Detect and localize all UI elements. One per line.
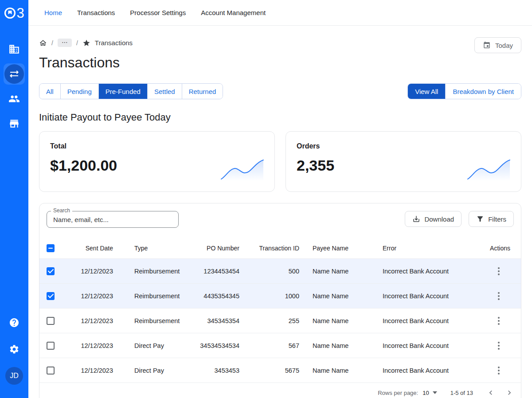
tab-pending[interactable]: Pending — [61, 84, 99, 99]
total-sparkline-chart — [220, 158, 265, 181]
nav-item-home[interactable]: Home — [44, 9, 62, 16]
settings-button[interactable] — [9, 344, 20, 356]
row-actions-menu-icon[interactable] — [493, 365, 505, 376]
select-all-checkbox[interactable] — [47, 244, 55, 252]
cell-error: Incorrect Bank Account — [376, 317, 477, 324]
rows-per-page-label: Rows per page: — [378, 390, 418, 396]
col-header-sent-date: Sent Date — [61, 245, 118, 252]
tab-returned[interactable]: Returned — [182, 84, 223, 99]
col-header-type: Type — [118, 245, 185, 252]
cell-transaction-id: 255 — [245, 317, 305, 324]
search-field: Search — [47, 211, 179, 228]
download-button[interactable]: Download — [405, 211, 462, 227]
col-header-po-number: PO Number — [185, 245, 245, 252]
toggle-breakdown-by-client[interactable]: Breakdown by Client — [446, 84, 521, 99]
sidebar-item-transactions[interactable] — [4, 63, 25, 85]
nav-item-account-management[interactable]: Account Management — [201, 9, 266, 16]
breadcrumb-separator: / — [51, 39, 53, 47]
toggle-view-all[interactable]: View All — [408, 84, 446, 99]
section-heading: Initiate Payout to Payee Today — [39, 112, 521, 123]
cell-sent-date: 12/12/2023 — [61, 317, 118, 324]
rows-per-page-select[interactable]: 10 — [422, 390, 437, 396]
cell-po-number: 1234453454 — [185, 268, 245, 275]
row-actions-menu-icon[interactable] — [493, 290, 505, 302]
orders-sparkline-chart — [467, 158, 511, 181]
calendar-icon — [483, 41, 491, 49]
sidebar-nav — [4, 39, 25, 134]
row-checkbox[interactable] — [47, 267, 55, 275]
next-page-button[interactable] — [505, 388, 514, 397]
col-header-error: Error — [376, 245, 477, 252]
cell-type: Reimbursement — [118, 268, 185, 275]
cell-transaction-id: 1000 — [245, 293, 305, 300]
row-checkbox[interactable] — [47, 292, 55, 300]
page-title: Transactions — [39, 54, 521, 71]
filters-button[interactable]: Filters — [469, 211, 514, 227]
cell-transaction-id: 500 — [245, 268, 305, 275]
transactions-table: Sent Date Type PO Number Transaction ID … — [39, 238, 521, 398]
content: / ⋯ / Transactions Today Transactions — [28, 26, 532, 398]
date-filter-button[interactable]: Today — [474, 37, 521, 53]
cell-type: Reimbursement — [118, 293, 185, 300]
row-actions-menu-icon[interactable] — [493, 340, 505, 351]
row-checkbox[interactable] — [47, 367, 55, 375]
nav-item-transactions[interactable]: Transactions — [77, 9, 115, 16]
row-actions-menu-icon[interactable] — [493, 315, 505, 327]
row-checkbox[interactable] — [47, 342, 55, 350]
cell-po-number: 345345354 — [185, 317, 245, 324]
cell-payee-name: Name Name — [305, 367, 376, 374]
star-icon[interactable] — [82, 39, 90, 47]
pagination-range: 1-5 of 13 — [450, 390, 473, 396]
summary-cards: Total $1,200.00 Orders — [39, 131, 521, 192]
sidebar-item-company[interactable] — [4, 39, 25, 60]
sidebar-bottom: JD — [5, 317, 23, 398]
tab-settled[interactable]: Settled — [148, 84, 182, 99]
tab-pre-funded[interactable]: Pre-Funded — [99, 84, 148, 99]
breadcrumb-ellipsis[interactable]: ⋯ — [58, 39, 72, 47]
cell-error: Incorrect Bank Account — [376, 367, 477, 374]
breadcrumb-current: Transactions — [95, 39, 133, 47]
cell-po-number: 3453453 — [185, 367, 245, 374]
help-button[interactable] — [9, 317, 20, 330]
cell-transaction-id: 567 — [245, 342, 305, 349]
people-icon — [8, 93, 20, 105]
main: Home Transactions Processor Settings Acc… — [28, 0, 532, 398]
home-icon[interactable] — [39, 39, 47, 47]
row-checkbox[interactable] — [47, 317, 55, 325]
total-card-label: Total — [50, 142, 264, 150]
active-item-circle — [4, 64, 24, 84]
cell-po-number: 34534534534 — [185, 342, 245, 349]
row-actions-menu-icon[interactable] — [493, 265, 505, 277]
logo[interactable]: 3 — [4, 6, 24, 20]
prev-page-button[interactable] — [486, 388, 495, 397]
chevron-right-icon — [505, 388, 514, 397]
table-row: 12/12/2023 Reimbursement 1234453454 500 … — [39, 259, 521, 284]
download-icon — [412, 215, 420, 223]
cell-error: Incorrect Bank Account — [376, 268, 477, 275]
col-header-actions: Actions — [477, 245, 521, 252]
sidebar: 3 — [0, 0, 28, 398]
table-row: 12/12/2023 Direct Pay 3453453 5675 Name … — [39, 358, 521, 383]
cell-sent-date: 12/12/2023 — [61, 268, 118, 275]
col-header-payee-name: Payee Name — [305, 245, 376, 252]
logo-text: 3 — [16, 6, 24, 20]
table-footer: Rows per page: 10 1-5 of 13 — [39, 383, 521, 398]
building-icon — [8, 43, 20, 55]
bookmark-circle-icon — [4, 7, 16, 19]
cell-transaction-id: 5675 — [245, 367, 305, 374]
tab-all[interactable]: All — [39, 84, 61, 99]
cell-po-number: 4435354345 — [185, 293, 245, 300]
table-header-row: Sent Date Type PO Number Transaction ID … — [39, 238, 521, 259]
nav-item-processor-settings[interactable]: Processor Settings — [130, 9, 186, 16]
avatar[interactable]: JD — [5, 367, 23, 385]
cell-sent-date: 12/12/2023 — [61, 367, 118, 374]
table-row: 12/12/2023 Reimbursement 4435354345 1000… — [39, 284, 521, 308]
cell-type: Reimbursement — [118, 317, 185, 324]
date-filter-label: Today — [495, 42, 513, 49]
breadcrumb-separator: / — [76, 39, 78, 47]
cell-sent-date: 12/12/2023 — [61, 293, 118, 300]
sidebar-item-users[interactable] — [4, 88, 25, 109]
cell-payee-name: Name Name — [305, 268, 376, 275]
sidebar-item-merchants[interactable] — [4, 113, 25, 134]
breadcrumb: / ⋯ / Transactions — [39, 39, 133, 47]
